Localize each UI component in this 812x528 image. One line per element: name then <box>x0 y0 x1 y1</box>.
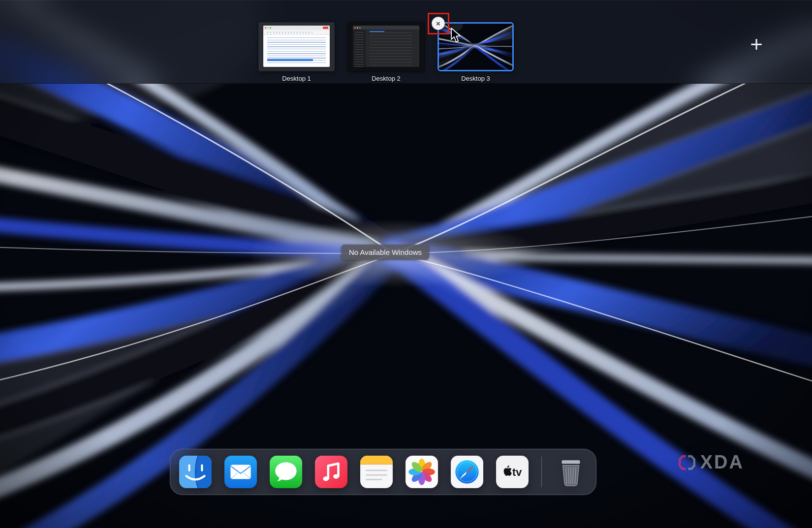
finder-icon <box>179 456 212 488</box>
dark-app-window-preview <box>353 26 419 67</box>
document-window-text <box>267 37 326 63</box>
space-thumbnail-desktop-1[interactable] <box>258 22 335 71</box>
close-icon: × <box>436 19 440 28</box>
document-window-preview <box>263 26 330 67</box>
document-window-toolbar <box>263 30 330 35</box>
document-window-titlebar <box>263 26 330 30</box>
space-label-desktop-1: Desktop 1 <box>258 75 335 82</box>
close-space-button[interactable]: × <box>432 17 445 30</box>
dock-separator <box>541 457 542 487</box>
dark-window-sidebar <box>353 30 366 67</box>
dock-app-finder[interactable] <box>179 456 212 488</box>
apple-tv-label: tv <box>512 466 522 478</box>
traffic-light-close-icon <box>354 27 356 29</box>
space-thumbnail-desktop-2[interactable] <box>348 22 424 71</box>
running-indicator <box>194 492 196 494</box>
safari-icon <box>451 456 483 488</box>
dock-app-music[interactable] <box>315 456 347 488</box>
dock-app-mail[interactable] <box>224 456 257 488</box>
traffic-light-minimize-icon <box>357 27 358 29</box>
space-desktop-2[interactable]: Desktop 2 <box>348 22 424 82</box>
xda-watermark: XDA <box>678 452 744 473</box>
xda-watermark-text: XDA <box>700 452 744 473</box>
dark-window-titlebar <box>353 26 419 30</box>
dock-app-messages[interactable] <box>270 456 302 488</box>
photos-icon <box>406 456 438 488</box>
running-indicator <box>240 492 242 494</box>
messages-icon <box>270 456 302 488</box>
dock-trash[interactable] <box>555 456 587 488</box>
apple-tv-icon: tv <box>496 456 529 488</box>
traffic-light-zoom-icon <box>270 27 271 29</box>
trash-icon <box>555 456 587 488</box>
dark-window-content <box>366 30 419 67</box>
xda-logo-icon <box>678 454 696 471</box>
dock-app-notes[interactable] <box>360 456 393 488</box>
no-available-windows-pill: No Available Windows <box>342 245 429 260</box>
space-thumbnail-desktop-3[interactable] <box>437 22 514 71</box>
space-desktop-1[interactable]: Desktop 1 <box>258 22 335 82</box>
wallpaper-preview <box>439 24 512 70</box>
dock-app-photos[interactable] <box>406 456 438 488</box>
space-label-desktop-2: Desktop 2 <box>348 75 424 82</box>
document-highlight-bar <box>267 59 313 61</box>
mission-control-spaces-bar: Desktop 1 Desktop 2 × Desktop 3 <box>0 0 812 84</box>
space-desktop-3-selected[interactable]: × Desktop 3 <box>437 22 514 82</box>
dock: tv <box>170 449 596 495</box>
mail-icon <box>224 456 257 488</box>
document-toolbar-accent <box>323 27 328 29</box>
space-label-desktop-3: Desktop 3 <box>437 75 514 82</box>
traffic-light-close-icon <box>265 27 266 29</box>
music-icon <box>315 456 347 488</box>
dark-window-accent-line <box>370 31 384 32</box>
traffic-light-zoom-icon <box>359 27 361 29</box>
dock-app-safari[interactable] <box>451 456 483 488</box>
dock-app-apple-tv[interactable]: tv <box>496 456 529 488</box>
traffic-light-minimize-icon <box>267 27 269 29</box>
notes-icon <box>360 456 393 488</box>
add-space-button[interactable]: + <box>750 33 763 55</box>
